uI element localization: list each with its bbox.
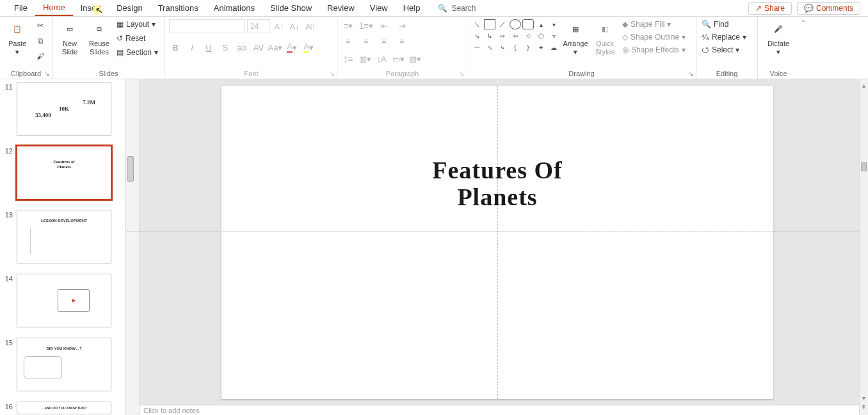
tab-file[interactable]: File [6,1,35,15]
shapes-gallery[interactable]: ＼ ／ ▴ ▾ ↘ ↳ ⇨ ⇦ ☆ ⬠ ▿ 〰 ∿ ⤷ { } ✦ ☁ [471,19,559,52]
scroll-thumb[interactable] [861,162,867,171]
shape-rect[interactable] [484,19,495,29]
tab-animations[interactable]: Animations [206,1,262,15]
slide-thumbnail-16[interactable]: …AND DID YOU KNOW THIS? [17,402,111,414]
shape-line[interactable]: ＼ [471,19,483,29]
dialog-launcher-icon[interactable]: ↘ [330,70,335,77]
char-spacing-button[interactable]: AV [252,41,265,54]
strikethrough-button[interactable]: S [219,41,232,54]
previous-slide-icon[interactable]: ⇞ [860,403,867,410]
shadow-button[interactable]: ab [236,41,248,54]
justify-button[interactable]: ≡ [396,35,408,47]
shape-line2[interactable]: ／ [497,19,508,29]
shape-star[interactable]: ✦ [535,42,547,52]
bullets-button[interactable]: ≡▾ [342,19,355,32]
shape-oval[interactable] [510,19,521,29]
cut-button[interactable]: ✂ [33,19,47,32]
splitter-handle[interactable] [127,156,134,182]
shape-brace[interactable]: ⇨ [497,31,508,41]
format-painter-button[interactable]: 🖌 [33,50,47,63]
quick-styles-button[interactable]: ◧ Quick Styles [591,19,618,56]
dictate-button[interactable]: 🎤 Dictate▾ [765,19,792,56]
notes-placeholder[interactable]: Click to add notes [140,405,859,415]
align-left-button[interactable]: ≡ [342,35,355,47]
chevron-up-icon[interactable]: ▴ [535,19,547,29]
slide-thumbnail-14[interactable]: ▶ [17,274,111,327]
paste-button[interactable]: 📋 Paste ▾ [4,19,31,56]
shape-b1[interactable]: { [510,42,521,52]
columns-button[interactable]: ▥▾ [358,52,371,65]
font-name-combo[interactable] [169,19,245,33]
dialog-launcher-icon[interactable]: ↘ [688,70,693,77]
slide-thumbnails-panel[interactable]: 11 7.2M 10K 33,400 12 Features of Planet… [0,79,125,415]
font-size-combo[interactable]: 24 [247,19,270,33]
align-center-button[interactable]: ≡ [360,35,373,47]
collapse-ribbon-icon[interactable]: ˄ [801,19,805,28]
highlight-button[interactable]: A▾ [302,41,315,54]
reset-button[interactable]: ↺Reset [115,33,159,43]
vertical-scrollbar[interactable]: ▴ ▾ ⇞ [859,79,868,415]
copy-button[interactable]: ⧉ [33,35,47,47]
current-slide[interactable]: Features of Planets [221,86,773,399]
shape-curve[interactable]: 〰 [471,42,483,52]
replace-button[interactable]: ᵃ⁄ₐReplace▾ [700,32,748,42]
layout-button[interactable]: ▦Layout▾ [115,19,159,29]
tab-transitions[interactable]: Transitions [150,1,206,15]
tab-design[interactable]: Design [109,1,150,15]
tell-me-search[interactable]: 🔍 Search [438,4,476,13]
slide-thumbnail-12[interactable]: Features of Planets [17,146,111,200]
smartart-button[interactable]: ▧▾ [408,52,421,65]
change-case-button[interactable]: Aa▾ [269,41,282,54]
shape-elbow[interactable]: ↳ [484,31,495,41]
italic-button[interactable]: I [186,41,198,54]
new-slide-button[interactable]: ▭ New Slide [56,19,83,56]
shape-connector[interactable]: ⤷ [497,42,508,52]
tab-slideshow[interactable]: Slide Show [262,1,319,15]
tab-home[interactable]: Home [35,0,73,16]
slide-thumbnail-15[interactable]: DID YOU KNOW…? [17,338,111,391]
select-button[interactable]: ⭯Select▾ [700,45,748,55]
gallery-more-icon[interactable]: ▿ [548,31,559,41]
tab-review[interactable]: Review [319,1,362,15]
underline-button[interactable]: U [202,41,215,54]
tab-view[interactable]: View [362,1,396,15]
slide-thumbnail-13[interactable]: LESSON DEVELOPMENT [17,210,111,263]
align-text-button[interactable]: ▭▾ [392,52,405,65]
numbering-button[interactable]: 1≡▾ [360,19,373,32]
text-direction-button[interactable]: ↕A [375,52,388,65]
font-color-button[interactable]: A▾ [285,41,298,54]
arrange-button[interactable]: ▦ Arrange▾ [562,19,589,56]
shape-b2[interactable]: } [522,42,534,52]
decrease-indent-button[interactable]: ⇤ [378,19,390,32]
dialog-launcher-icon[interactable]: ↘ [44,70,49,77]
align-right-button[interactable]: ≡ [378,35,390,47]
decrease-font-button[interactable]: A↓ [288,20,301,33]
shape-arrow2[interactable]: ⇦ [510,31,521,41]
shape-arrow[interactable]: ↘ [471,31,483,41]
shape-outline-button[interactable]: ◇Shape Outline▾ [621,32,687,42]
clear-formatting-button[interactable]: A⃠ [303,20,316,33]
shape-effects-button[interactable]: ◎Shape Effects▾ [621,45,687,55]
scroll-up-icon[interactable]: ▴ [860,82,867,88]
shape-arrow4[interactable]: ⬠ [535,31,547,41]
reuse-slides-button[interactable]: ⧉ Reuse Slides [86,19,113,56]
slide-title-text[interactable]: Features of Planets [221,157,773,211]
shape-free[interactable]: ∿ [484,42,495,52]
comments-button[interactable]: 💬 Comments [797,2,860,15]
section-button[interactable]: ▤Section▾ [115,47,159,58]
share-button[interactable]: ↗ Share [748,2,792,15]
scroll-down-icon[interactable]: ▾ [860,395,867,401]
chevron-down-icon[interactable]: ▾ [548,19,559,29]
line-spacing-button[interactable]: ‡≡ [342,52,355,65]
shape-rrect[interactable] [522,19,534,29]
bold-button[interactable]: B [169,41,182,54]
find-button[interactable]: 🔍Find [700,19,748,29]
increase-font-button[interactable]: A↑ [273,20,285,33]
shape-callout[interactable]: ☁ [548,42,559,52]
tab-help[interactable]: Help [396,1,428,15]
dialog-launcher-icon[interactable]: ↘ [459,70,464,77]
slide-thumbnail-11[interactable]: 7.2M 10K 33,400 [17,82,111,136]
shape-fill-button[interactable]: ◆Shape Fill▾ [621,19,687,29]
tab-insert[interactable]: Insert [73,1,109,15]
increase-indent-button[interactable]: ⇥ [396,19,408,32]
